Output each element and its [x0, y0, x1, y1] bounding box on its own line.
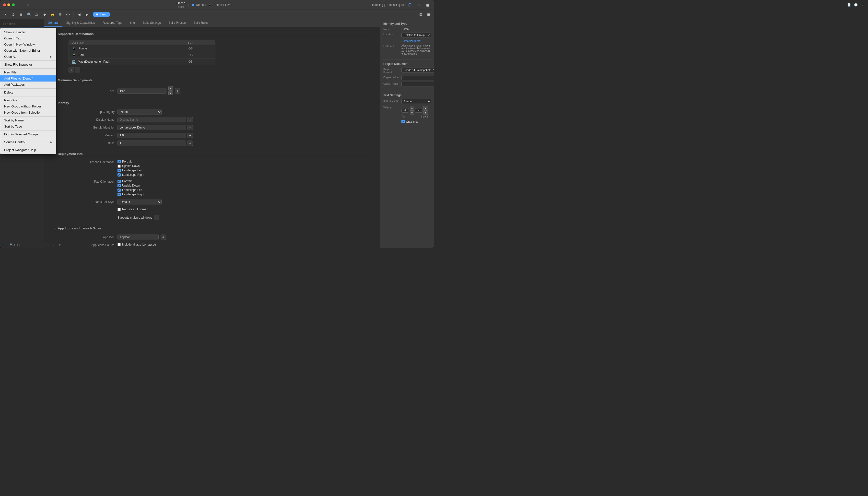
- iphone-landscape-right-checkbox[interactable]: [117, 173, 121, 176]
- menu-sort-by-type[interactable]: Sort by Type: [0, 123, 56, 129]
- iphone-landscape-left-checkbox[interactable]: [117, 169, 121, 172]
- inspector-panel-btn[interactable]: ▣: [425, 11, 432, 18]
- indent-width-down-button[interactable]: ▼: [424, 110, 428, 115]
- menu-open-in-tab[interactable]: Open in Tab: [0, 35, 56, 41]
- remove-file-button[interactable]: −: [5, 243, 7, 248]
- library-toggle[interactable]: ⊕: [18, 11, 25, 18]
- find-button[interactable]: 🔍: [26, 11, 32, 18]
- iphone-upside-down-checkbox[interactable]: [117, 165, 121, 168]
- supports-windows-nav-button[interactable]: →: [154, 215, 159, 220]
- inspector-toggle[interactable]: ⊙: [10, 11, 17, 18]
- requires-fullscreen-checkbox[interactable]: [117, 208, 121, 211]
- menu-new-group-without-folder[interactable]: New Group without Folder: [0, 103, 56, 109]
- history-btn[interactable]: ↩: [52, 243, 57, 248]
- ipad-portrait-checkbox[interactable]: [117, 180, 121, 183]
- identity-type-title: Identity and Type: [383, 22, 431, 26]
- back-button[interactable]: ◀: [76, 11, 82, 18]
- menu-show-file-inspector[interactable]: Show File Inspector: [0, 61, 56, 67]
- split-editor-btn[interactable]: ⊡: [417, 11, 424, 18]
- warn-button[interactable]: ⚠: [33, 11, 40, 18]
- toolbar-breadcrumb[interactable]: ◼ Demo: [93, 12, 110, 17]
- code-button[interactable]: <>: [65, 11, 72, 18]
- tab-resource-tags[interactable]: Resource Tags: [99, 19, 126, 27]
- bundle-id-nav-button[interactable]: →: [188, 125, 193, 130]
- add-destination-button[interactable]: +: [68, 67, 74, 73]
- menu-delete[interactable]: Delete: [0, 89, 56, 95]
- bundle-id-input[interactable]: [117, 125, 186, 130]
- version-up-button[interactable]: ▲: [169, 86, 173, 91]
- add-build-button[interactable]: +: [188, 141, 193, 146]
- divider-3: [0, 88, 56, 89]
- indent-width-input[interactable]: [415, 108, 423, 113]
- panel-split-button[interactable]: ⊡: [415, 1, 422, 8]
- filter-bar: 🔍: [8, 243, 49, 247]
- indent-width-up-button[interactable]: ▲: [424, 106, 428, 110]
- menu-new-group[interactable]: New Group: [0, 97, 56, 103]
- remove-destination-button[interactable]: −: [75, 67, 80, 73]
- build-input[interactable]: [117, 141, 186, 146]
- panel-toggle-button[interactable]: ▣: [424, 1, 431, 8]
- display-name-input[interactable]: [117, 117, 186, 122]
- tab-width-down-button[interactable]: ▼: [410, 110, 414, 115]
- menu-add-files-to-demo[interactable]: Add Files to "Demo"...: [0, 75, 56, 81]
- navigator-toggle[interactable]: ≡: [2, 11, 9, 18]
- app-category-select[interactable]: None: [117, 109, 161, 115]
- iphone-portrait-checkbox[interactable]: [117, 160, 121, 163]
- menu-open-as[interactable]: Open As ▶: [0, 53, 56, 60]
- minimize-button[interactable]: [7, 3, 10, 6]
- gear-button[interactable]: ⚙: [57, 11, 64, 18]
- include-all-app-icons-checkbox[interactable]: [117, 243, 121, 246]
- add-display-name-button[interactable]: +: [188, 117, 193, 122]
- menu-new-group-from-selection[interactable]: New Group from Selection: [0, 109, 56, 115]
- add-app-icon-button[interactable]: +: [161, 234, 166, 240]
- close-button[interactable]: [3, 3, 6, 6]
- rp-location-select[interactable]: Relative to Group: [401, 33, 431, 37]
- tab-general[interactable]: General: [44, 19, 62, 27]
- rp-project-format-select[interactable]: Xcode 14.0-compatible: [401, 67, 434, 73]
- wrap-lines-label: Wrap lines: [406, 120, 418, 123]
- tab-build-phases[interactable]: Build Phases: [165, 19, 190, 27]
- tab-build-settings[interactable]: Build Settings: [139, 19, 164, 27]
- add-file-button[interactable]: +: [2, 243, 4, 248]
- menu-open-in-new-window[interactable]: Open in New Window: [0, 41, 56, 47]
- menu-open-with-external-editor[interactable]: Open with External Editor: [0, 47, 56, 53]
- ipad-landscape-left-checkbox[interactable]: [117, 188, 121, 192]
- tab-build-rules[interactable]: Build Rules: [190, 19, 212, 27]
- ios-version-input[interactable]: [117, 88, 167, 94]
- version-down-button[interactable]: ▼: [169, 91, 173, 95]
- add-version-button[interactable]: +: [188, 133, 193, 138]
- status-bar-style-select[interactable]: Default: [117, 199, 161, 205]
- wrap-lines-checkbox[interactable]: [401, 120, 405, 123]
- menu-sort-by-name[interactable]: Sort by Name: [0, 117, 56, 123]
- ipad-landscape-right-checkbox[interactable]: [117, 193, 121, 196]
- forward-button[interactable]: ▶: [83, 11, 90, 18]
- tab-width-up-button[interactable]: ▲: [410, 106, 414, 110]
- filter-input[interactable]: [14, 244, 48, 247]
- tab-width-input[interactable]: [401, 108, 409, 113]
- menu-source-control[interactable]: Source Control ▶: [0, 139, 56, 145]
- breadcrumb-device[interactable]: iPhone 14 Pro: [213, 3, 232, 6]
- tab-info[interactable]: Info: [126, 19, 139, 27]
- add-deploy-button[interactable]: +: [175, 88, 180, 94]
- env-button[interactable]: 🔒: [49, 11, 56, 18]
- app-icon-input[interactable]: [117, 234, 159, 240]
- menu-find-in-selected-groups[interactable]: Find in Selected Groups...: [0, 131, 56, 137]
- menu-project-navigator-help[interactable]: Project Navigator Help: [0, 147, 56, 153]
- menu-new-file[interactable]: New File...: [0, 69, 56, 75]
- run-button[interactable]: ▶: [25, 1, 32, 8]
- version-input[interactable]: [117, 133, 186, 138]
- indexing-spinner: [408, 3, 411, 6]
- rp-org-input[interactable]: [401, 76, 434, 80]
- menu-add-packages[interactable]: Add Packages...: [0, 81, 56, 88]
- sidebar-toggle-icon[interactable]: ⊞: [19, 3, 21, 6]
- rp-indent-using-select[interactable]: Spaces Tabs: [401, 99, 431, 104]
- maximize-button[interactable]: [12, 3, 15, 6]
- breakpoint-button[interactable]: ◆: [41, 11, 48, 18]
- ipad-upside-down-checkbox[interactable]: [117, 184, 121, 187]
- section-toggle-app-icons[interactable]: ▼: [54, 227, 56, 230]
- menu-show-in-finder[interactable]: Show in Finder: [0, 29, 56, 35]
- warning-btn[interactable]: ⊙: [58, 243, 63, 248]
- rp-class-prefix-input[interactable]: [401, 82, 434, 87]
- breadcrumb-project[interactable]: Demo: [196, 3, 204, 6]
- tab-signing-capabilities[interactable]: Signing & Capabilities: [62, 19, 99, 27]
